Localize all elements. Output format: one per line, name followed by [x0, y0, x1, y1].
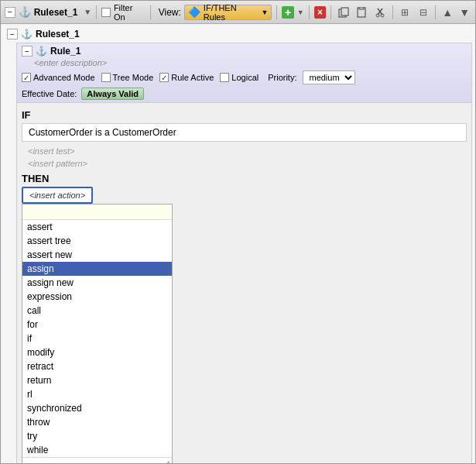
dropdown-resize-handle[interactable]: ◢ — [22, 457, 172, 463]
tree-mode-label: Tree Mode — [113, 73, 154, 82]
cut-icon[interactable] — [372, 5, 387, 20]
dropdown-item[interactable]: synchronized — [22, 401, 172, 415]
ruleset-expand-icon[interactable]: − — [7, 29, 18, 40]
advanced-mode-label: Advanced Mode — [33, 73, 95, 82]
copy-icon[interactable] — [336, 5, 351, 20]
separator-7 — [435, 5, 436, 19]
svg-rect-1 — [341, 8, 348, 15]
dropdown-item[interactable]: assign new — [22, 276, 172, 290]
add-dropdown-arrow[interactable]: ▼ — [297, 9, 304, 16]
rule-description[interactable]: <enter description> — [34, 58, 467, 67]
advanced-mode-option[interactable]: Advanced Mode — [22, 73, 95, 82]
logical-option[interactable]: Logical — [220, 73, 259, 82]
rule-header: − ⚓ Rule_1 <enter description> Advanced … — [17, 43, 471, 103]
dropdown-item[interactable]: retract — [22, 359, 172, 373]
insert-test-placeholder[interactable]: <insert test> — [22, 145, 467, 157]
always-valid-button[interactable]: Always Valid — [81, 88, 144, 100]
separator-5 — [330, 5, 331, 19]
dropdown-item[interactable]: rl — [22, 387, 172, 401]
condition-text: CustomerOrder is a CustomerOrder — [29, 127, 176, 138]
effective-date-row: Effective Date: Always Valid — [22, 88, 467, 100]
dropdown-item[interactable]: while — [22, 443, 172, 457]
rule-active-label: Rule Active — [171, 73, 214, 82]
filter-checkbox[interactable] — [101, 8, 111, 17]
ruleset-name: Ruleset_1 — [34, 7, 78, 18]
main-container: − ⚓ Ruleset_1 ▼ Filter On View: 🔷 IF/THE… — [0, 0, 476, 464]
view-select[interactable]: 🔷 IF/THEN Rules ▼ — [184, 5, 272, 20]
collapse-all-icon[interactable]: ⊟ — [416, 5, 430, 20]
rule-block: − ⚓ Rule_1 <enter description> Advanced … — [16, 43, 472, 463]
tree-mode-checkbox[interactable] — [101, 73, 111, 82]
add-button[interactable]: + — [282, 6, 294, 19]
nav-down-arrow[interactable]: ▼ — [457, 6, 471, 19]
ruleset-dropdown-icon[interactable]: ▼ — [84, 8, 91, 16]
separator-3 — [276, 5, 277, 19]
if-then-container: IF CustomerOrder is a CustomerOrder <ins… — [17, 103, 471, 463]
dropdown-item[interactable]: assert tree — [22, 234, 172, 248]
tree-mode-option[interactable]: Tree Mode — [101, 73, 154, 82]
separator-1 — [96, 5, 97, 19]
action-search-input[interactable] — [22, 205, 172, 220]
anchor-icon-3: ⚓ — [36, 46, 47, 57]
svg-rect-3 — [359, 7, 364, 9]
priority-select[interactable]: low medium high — [303, 70, 355, 84]
dropdown-item[interactable]: try — [22, 429, 172, 443]
anchor-icon: ⚓ — [19, 6, 31, 18]
dropdown-item[interactable]: assert — [22, 220, 172, 234]
action-dropdown-popup: assertassert treeassert newassignassign … — [22, 204, 173, 463]
action-dropdown-list: assertassert treeassert newassignassign … — [22, 220, 172, 457]
content-area: − ⚓ Ruleset_1 − ⚓ Rule_1 <enter descript… — [1, 24, 475, 463]
separator-6 — [392, 5, 393, 19]
anchor-icon-2: ⚓ — [21, 29, 33, 40]
dropdown-item[interactable]: expression — [22, 290, 172, 304]
dropdown-item[interactable]: assign — [22, 262, 172, 276]
dropdown-item[interactable]: modify — [22, 345, 172, 359]
rule-collapse-icon[interactable]: − — [22, 46, 33, 57]
nav-up-arrow[interactable]: ▲ — [440, 6, 454, 19]
logical-label: Logical — [231, 73, 259, 82]
rule-active-checkbox[interactable] — [159, 73, 169, 82]
view-dropdown-arrow[interactable]: ▼ — [261, 9, 268, 16]
logical-checkbox[interactable] — [220, 73, 229, 82]
rule-options: Advanced Mode Tree Mode Rule Active Logi… — [22, 70, 467, 84]
dropdown-item[interactable]: if — [22, 332, 172, 345]
paste-icon[interactable] — [354, 5, 369, 20]
condition-row: CustomerOrder is a CustomerOrder — [22, 123, 467, 142]
delete-button[interactable]: × — [314, 6, 327, 19]
priority-label: Priority: — [268, 73, 296, 82]
advanced-mode-checkbox[interactable] — [22, 73, 31, 82]
ruleset-collapse-icon[interactable]: − — [5, 7, 15, 18]
view-label: View: — [159, 7, 181, 18]
rule-name: Rule_1 — [50, 46, 80, 57]
rule-title-row: − ⚓ Rule_1 — [22, 46, 467, 57]
if-label: IF — [22, 109, 467, 121]
toolbar: − ⚓ Ruleset_1 ▼ Filter On View: 🔷 IF/THE… — [1, 1, 475, 24]
ruleset-header-name: Ruleset_1 — [36, 29, 80, 40]
dropdown-item[interactable]: throw — [22, 415, 172, 429]
insert-pattern-placeholder[interactable]: <insert pattern> — [22, 157, 467, 170]
then-label: THEN — [22, 173, 467, 184]
expand-all-icon[interactable]: ⊞ — [397, 5, 412, 20]
view-value: IF/THEN Rules — [204, 3, 259, 22]
separator-4 — [309, 5, 310, 19]
rule-active-option[interactable]: Rule Active — [159, 73, 214, 82]
filter-label: Filter On — [114, 3, 146, 22]
separator-2 — [150, 5, 151, 19]
insert-action-button[interactable]: <insert action> — [22, 187, 93, 204]
dropdown-item[interactable]: assert new — [22, 248, 172, 262]
dropdown-item[interactable]: return — [22, 373, 172, 387]
dropdown-item[interactable]: call — [22, 304, 172, 318]
effective-date-label: Effective Date: — [22, 89, 77, 98]
view-icon: 🔷 — [188, 6, 200, 18]
dropdown-item[interactable]: for — [22, 318, 172, 332]
ruleset-header: − ⚓ Ruleset_1 — [4, 27, 472, 41]
